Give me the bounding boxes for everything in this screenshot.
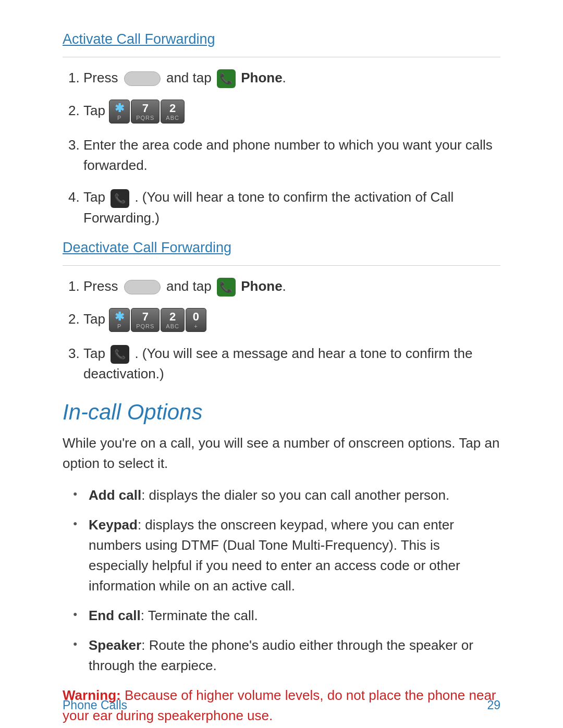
activate-separator <box>63 57 500 57</box>
bullet-speaker: Speaker: Route the phone's audio either … <box>73 635 500 676</box>
activate-step-3: Enter the area code and phone number to … <box>83 135 500 176</box>
activate-heading: Activate Call Forwarding <box>63 31 500 47</box>
deactivate-heading: Deactivate Call Forwarding <box>63 240 500 256</box>
page-content: Activate Call Forwarding Press and tap P… <box>0 0 563 728</box>
step1-phone-text: Phone <box>241 70 282 85</box>
phone-icon-1 <box>217 69 236 88</box>
step4-tap-label: Tap <box>83 189 105 205</box>
key-0-sub: + <box>194 323 198 329</box>
key-7b-char: 7 <box>142 311 149 323</box>
key-2-char: 2 <box>169 102 176 115</box>
key-7-sub: PQRS <box>136 115 154 121</box>
deact-step1-phone: Phone <box>241 278 282 294</box>
deactivate-separator <box>63 265 500 266</box>
key-0-char: 0 <box>193 311 199 323</box>
key-star-2: ✱ P <box>109 308 130 332</box>
key-7-char: 7 <box>142 102 149 115</box>
activate-step-4: Tap . (You will hear a tone to confirm t… <box>83 187 500 228</box>
deact-step1-press: Press <box>83 278 118 294</box>
confirm-call-icon-1 <box>111 189 129 208</box>
deact-step2-tap: Tap <box>83 311 105 327</box>
deact-step1-tap: and tap <box>166 278 212 294</box>
key-7-2: 7 PQRS <box>131 308 160 332</box>
bullet-add-call: Add call: displays the dialer so you can… <box>73 485 500 505</box>
key-star2-sub: P <box>117 323 121 329</box>
key-2-1: 2 ABC <box>161 100 185 124</box>
step2-tap-label: Tap <box>83 103 105 118</box>
deactivate-keys-row: ✱ P 7 PQRS 2 ABC 0 + <box>109 308 206 332</box>
incall-title: In-call Options <box>63 400 500 425</box>
home-key-2 <box>124 280 161 294</box>
keypad-text: : displays the onscreen keypad, where yo… <box>89 517 460 594</box>
keypad-term: Keypad <box>89 517 138 533</box>
key-star-1: ✱ P <box>109 100 130 124</box>
incall-intro: While you're on a call, you will see a n… <box>63 433 500 474</box>
activate-steps: Press and tap Phone. Tap ✱ P 7 PQRS 2 AB… <box>63 68 500 228</box>
incall-bullets-1: Add call: displays the dialer so you can… <box>63 485 500 676</box>
key-7-1: 7 PQRS <box>131 100 160 124</box>
end-call-term: End call <box>89 608 141 623</box>
bullet-keypad: Keypad: displays the onscreen keypad, wh… <box>73 515 500 596</box>
key-2b-char: 2 <box>169 311 176 323</box>
deactivate-step-1: Press and tap Phone. <box>83 276 500 297</box>
speaker-text: : Route the phone's audio either through… <box>89 637 473 673</box>
key-star-sub: P <box>117 115 121 121</box>
key-2-2: 2 ABC <box>161 308 185 332</box>
key-star2-char: ✱ <box>115 311 124 323</box>
key-7b-sub: PQRS <box>136 323 154 329</box>
add-call-term: Add call <box>89 487 141 503</box>
key-star-char: ✱ <box>115 102 124 115</box>
activate-step-1: Press and tap Phone. <box>83 68 500 88</box>
end-call-text: : Terminate the call. <box>141 608 258 623</box>
phone-icon-2 <box>217 278 236 297</box>
confirm-call-icon-2 <box>111 345 129 364</box>
speaker-term: Speaker <box>89 637 141 653</box>
step1-tap-label: and tap <box>166 70 212 85</box>
deactivate-step-2: Tap ✱ P 7 PQRS 2 ABC 0 + <box>83 308 500 332</box>
add-call-text: : displays the dialer so you can call an… <box>141 487 449 503</box>
bullet-end-call: End call: Terminate the call. <box>73 606 500 626</box>
footer-right: 29 <box>487 698 500 712</box>
deactivate-step-3: Tap . (You will see a message and hear a… <box>83 343 500 384</box>
step4-post-text: . (You will hear a tone to confirm the a… <box>83 189 454 225</box>
key-0-1: 0 + <box>186 308 206 332</box>
key-2b-sub: ABC <box>166 323 179 329</box>
key-2-sub: ABC <box>166 115 179 121</box>
deact-step3-tap: Tap <box>83 346 105 361</box>
deact-step3-post: . (You will see a message and hear a ton… <box>83 346 472 381</box>
deactivate-steps: Press and tap Phone. Tap ✱ P 7 PQRS 2 AB… <box>63 276 500 385</box>
footer-left: Phone Calls <box>63 698 127 712</box>
page-footer: Phone Calls 29 <box>63 698 500 712</box>
home-key-1 <box>124 71 161 86</box>
activate-keys-row: ✱ P 7 PQRS 2 ABC <box>109 100 185 124</box>
activate-step-2: Tap ✱ P 7 PQRS 2 ABC <box>83 100 500 124</box>
step1-press-label: Press <box>83 70 118 85</box>
